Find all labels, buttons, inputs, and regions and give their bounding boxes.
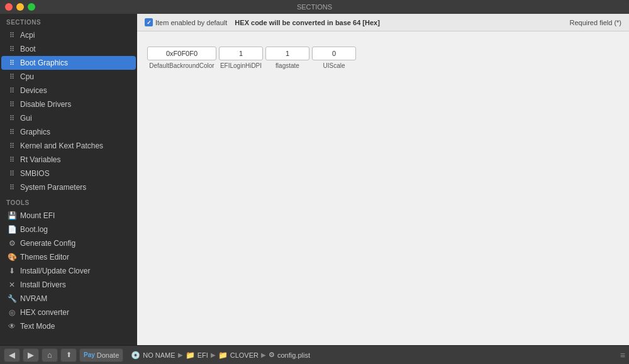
flagstate-input[interactable]: 1	[265, 47, 309, 60]
text-mode-icon: 👁	[8, 322, 16, 331]
main-window: SECTIONS SECTIONS Acpi Boot Boot Graphic…	[0, 0, 629, 364]
breadcrumb-noname: NO NAME	[143, 351, 175, 359]
back-icon: ◀	[9, 350, 15, 360]
item-enabled-checkbox[interactable]: Item enabled by default	[145, 18, 227, 26]
efi-login-hidpi-input[interactable]: 1	[219, 47, 263, 60]
field-group-ui-scale: 0 UIScale	[312, 47, 356, 69]
sidebar-item-nvram[interactable]: 🔧 NVRAM	[1, 292, 136, 306]
breadcrumb-config: ⚙	[269, 351, 275, 359]
breadcrumb-arrow-2: ▶	[211, 351, 216, 358]
home-button[interactable]: ⌂	[42, 348, 58, 362]
sidebar-item-gui[interactable]: Gui	[1, 111, 136, 125]
sidebar-item-smbios[interactable]: SMBIOS	[1, 167, 136, 180]
sidebar-item-install-clover[interactable]: ⬇ Install/Update Clover	[1, 264, 136, 278]
forward-button[interactable]: ▶	[23, 348, 39, 362]
traffic-lights	[5, 3, 35, 11]
sidebar-item-themes-editor[interactable]: 🎨 Themes Editor	[1, 250, 136, 264]
grid-icon	[8, 100, 16, 109]
tools-label: TOOLS	[0, 194, 137, 209]
sidebar-item-rt-variables[interactable]: Rt Variables	[1, 153, 136, 167]
sidebar-item-label: Rt Variables	[20, 155, 60, 164]
field-group-background-color: 0xF0F0F0 DefaultBackroundColor	[147, 47, 216, 69]
efi-folder-icon: 📁	[186, 351, 195, 360]
hex-converter-icon: ◎	[8, 308, 16, 317]
right-panel: Item enabled by default HEX code will be…	[137, 14, 629, 345]
sidebar-item-install-drivers[interactable]: ✕ Install Drivers	[1, 278, 136, 292]
titlebar-title: SECTIONS	[297, 3, 332, 11]
minimize-button[interactable]	[16, 3, 24, 11]
sidebar-item-mount-efi[interactable]: 💾 Mount EFI	[1, 209, 136, 223]
sidebar-item-generate-config[interactable]: ⚙ Generate Config	[1, 236, 136, 250]
share-button[interactable]: ⬆	[60, 348, 77, 362]
sidebar-item-label: SMBIOS	[20, 169, 50, 178]
sidebar-item-label: Kernel and Kext Patches	[20, 141, 103, 150]
breadcrumb-arrow-3: ▶	[261, 351, 266, 358]
grid-icon	[8, 128, 16, 136]
close-button[interactable]	[5, 3, 13, 11]
checkbox-label: Item enabled by default	[155, 19, 227, 26]
themes-editor-icon: 🎨	[8, 253, 16, 262]
share-icon: ⬆	[66, 351, 72, 359]
menu-icon[interactable]: ≡	[620, 350, 625, 360]
field-group-efi-login-hidpi: 1 EFILoginHiDPI	[219, 47, 263, 69]
breadcrumb-efi: EFI	[198, 351, 208, 359]
disk-icon: 💿	[131, 351, 140, 360]
required-field-label: Required field (*)	[569, 19, 621, 26]
generate-config-icon: ⚙	[8, 239, 16, 248]
sidebar-item-text-mode[interactable]: 👁 Text Mode	[1, 319, 136, 333]
sidebar-item-label: Gui	[20, 114, 32, 123]
breadcrumb-clover: CLOVER	[230, 351, 259, 359]
fields-row: 0xF0F0F0 DefaultBackroundColor 1 EFILogi…	[147, 47, 619, 69]
field-group-flagstate: 1 flagstate	[265, 47, 309, 69]
donate-label: Donate	[97, 351, 119, 359]
titlebar: SECTIONS	[0, 0, 629, 14]
sidebar-item-label: Install/Update Clover	[20, 267, 90, 275]
sidebar-item-label: Mount EFI	[20, 211, 55, 220]
back-button[interactable]: ◀	[4, 348, 20, 362]
sidebar-item-graphics[interactable]: Graphics	[1, 125, 136, 139]
sidebar-item-cpu[interactable]: Cpu	[1, 70, 136, 84]
sidebar-item-label: Themes Editor	[20, 253, 69, 262]
content-area: 0xF0F0F0 DefaultBackroundColor 1 EFILogi…	[137, 31, 629, 345]
maximize-button[interactable]	[28, 3, 35, 11]
breadcrumb-arrow-1: ▶	[178, 351, 183, 358]
sidebar-item-label: Cpu	[20, 72, 34, 81]
efi-login-hidpi-label: EFILoginHiDPI	[220, 62, 262, 69]
sidebar-item-devices[interactable]: Devices	[1, 84, 136, 97]
sections-label: SECTIONS	[0, 14, 137, 28]
sidebar-item-hex-converter[interactable]: ◎ HEX converter	[1, 306, 136, 319]
default-background-color-label: DefaultBackroundColor	[149, 62, 214, 69]
home-icon: ⌂	[47, 350, 52, 360]
default-background-color-input[interactable]: 0xF0F0F0	[147, 47, 216, 60]
sidebar-item-label: Install Drivers	[20, 280, 66, 289]
paypal-icon: Pay	[84, 351, 95, 358]
breadcrumb-config-plist: config.plist	[277, 351, 310, 359]
sidebar-item-kernel-kext[interactable]: Kernel and Kext Patches	[1, 139, 136, 153]
sidebar-item-label: Boot.log	[20, 225, 48, 234]
nvram-icon: 🔧	[8, 294, 16, 303]
flagstate-label: flagstate	[276, 62, 299, 69]
sidebar-item-boot-log[interactable]: 📄 Boot.log	[1, 223, 136, 236]
sidebar-item-label: Text Mode	[20, 322, 55, 331]
info-bar: Item enabled by default HEX code will be…	[137, 14, 629, 31]
grid-icon	[8, 155, 16, 164]
mount-icon: 💾	[8, 211, 16, 220]
main-content: SECTIONS Acpi Boot Boot Graphics Cpu Dev…	[0, 14, 629, 345]
sidebar-item-label: Boot Graphics	[20, 58, 68, 67]
sidebar-item-label: Boot	[20, 45, 36, 53]
grid-icon	[8, 169, 16, 178]
grid-icon	[8, 114, 16, 123]
sidebar-item-acpi[interactable]: Acpi	[1, 28, 136, 42]
sidebar-item-boot-graphics[interactable]: Boot Graphics	[1, 56, 136, 70]
grid-icon	[8, 141, 16, 150]
sidebar-item-disable-drivers[interactable]: Disable Drivers	[1, 97, 136, 111]
ui-scale-label: UIScale	[323, 62, 345, 69]
grid-icon	[8, 45, 16, 53]
ui-scale-input[interactable]: 0	[312, 47, 356, 60]
donate-button[interactable]: Pay Donate	[79, 348, 123, 362]
sidebar-item-boot[interactable]: Boot	[1, 42, 136, 56]
sidebar-item-system-parameters[interactable]: System Parameters	[1, 180, 136, 194]
sidebar-item-label: HEX converter	[20, 308, 69, 317]
sidebar-item-label: Generate Config	[20, 239, 75, 248]
grid-icon	[8, 72, 16, 81]
